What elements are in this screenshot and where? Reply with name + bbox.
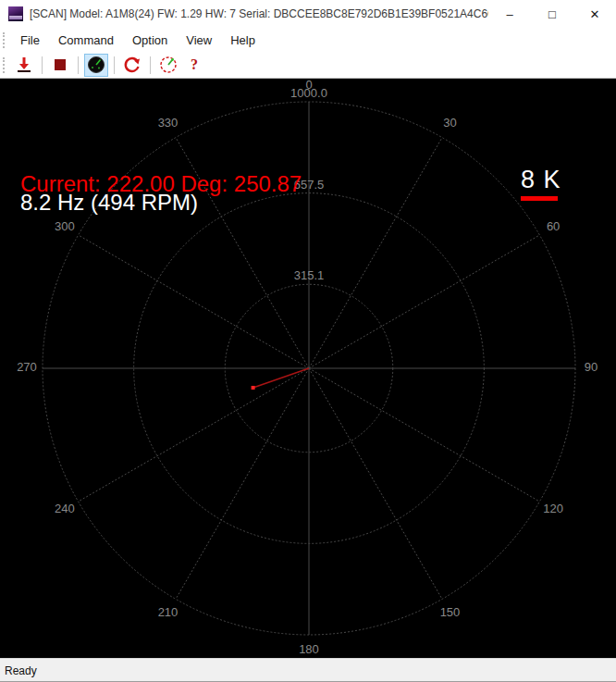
app-logo-band (9, 16, 22, 19)
menu-view[interactable]: View (177, 30, 221, 51)
ring-value-label: 315.1 (294, 268, 325, 282)
scale-underline (521, 196, 558, 201)
rotate-button[interactable] (120, 54, 144, 77)
angle-tick-label: 300 (55, 219, 75, 233)
window-controls: – □ ✕ (488, 0, 616, 28)
menu-option[interactable]: Option (123, 30, 177, 51)
menu-bar: File Command Option View Help (0, 28, 616, 52)
toolbar-separator (78, 56, 79, 74)
polar-spoke (79, 235, 309, 368)
angle-tick-label: 60 (547, 219, 560, 233)
angle-tick-label: 240 (55, 502, 75, 515)
download-arrow-icon (14, 55, 34, 75)
toolbar: ? (0, 52, 616, 79)
scan-display-area: 0306090120150180210240270300330315.1657.… (0, 79, 616, 658)
polar-spoke (79, 368, 309, 502)
frequency-readout-text: 8.2 Hz (494 RPM) (20, 191, 198, 215)
needle-line (253, 368, 309, 388)
polar-spoke (309, 138, 442, 368)
maximize-button[interactable]: □ (531, 0, 573, 28)
app-window: [SCAN] Model: A1M8(24) FW: 1.29 HW: 7 Se… (0, 0, 616, 682)
question-mark-icon: ? (191, 56, 198, 73)
angle-tick-label: 150 (440, 605, 461, 619)
rotate-arrow-icon (122, 55, 142, 75)
titlebar: [SCAN] Model: A1M8(24) FW: 1.29 HW: 7 Se… (0, 0, 616, 28)
status-text: Ready (5, 664, 37, 677)
stop-square-icon (50, 55, 70, 75)
toolbar-gripper-icon[interactable] (3, 57, 6, 73)
toolbar-separator (150, 56, 151, 74)
scan-display-button[interactable] (84, 54, 108, 77)
measure-button[interactable] (156, 54, 180, 77)
menu-command[interactable]: Command (49, 30, 123, 51)
toolbar-separator (42, 56, 43, 74)
polar-spoke (309, 235, 539, 368)
menu-file[interactable]: File (11, 30, 49, 51)
polar-spoke (176, 368, 309, 599)
menubar-gripper-icon[interactable] (3, 32, 6, 48)
ring-value-label: 1000.0 (290, 86, 327, 100)
app-logo-icon[interactable] (8, 6, 23, 21)
status-bar: Ready (0, 658, 616, 682)
polar-spoke (309, 368, 539, 502)
scale-range-label: 8 K (521, 166, 561, 193)
angle-tick-label: 270 (17, 360, 37, 374)
help-button[interactable]: ? (182, 54, 206, 77)
menu-help[interactable]: Help (221, 30, 265, 51)
dial-clock-icon (158, 55, 179, 75)
radar-scope-icon (86, 55, 106, 75)
angle-tick-label: 120 (543, 502, 563, 515)
download-button[interactable] (12, 54, 36, 77)
toolbar-separator (114, 56, 115, 74)
stop-button[interactable] (48, 54, 72, 77)
polar-spoke (309, 368, 442, 599)
close-button[interactable]: ✕ (573, 0, 616, 28)
needle-marker (252, 386, 255, 390)
angle-tick-label: 90 (585, 360, 598, 374)
angle-tick-label: 180 (299, 642, 319, 656)
angle-tick-label: 30 (443, 116, 456, 130)
minimize-button[interactable]: – (488, 0, 531, 28)
angle-tick-label: 210 (158, 605, 179, 619)
angle-tick-label: 330 (158, 116, 179, 130)
window-title: [SCAN] Model: A1M8(24) FW: 1.29 HW: 7 Se… (30, 7, 488, 20)
